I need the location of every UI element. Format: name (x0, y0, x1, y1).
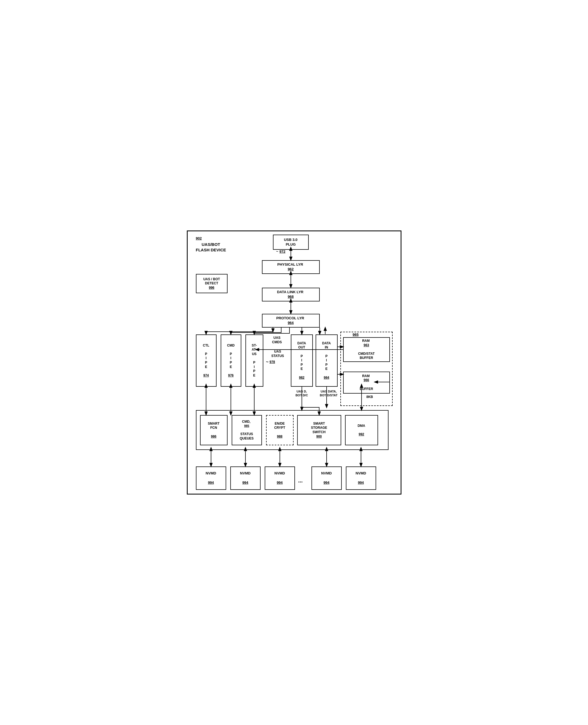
dashed-ref: 965 (353, 333, 359, 337)
main-diagram: 902 UAS/BOTFLASH DEVICE USB 3.0PLUG ~ 97… (187, 231, 401, 494)
data-in-pipe-box: DATAINPIPE984 (316, 335, 338, 387)
uas-cmds-label: UASCMDS (266, 336, 288, 344)
usb-plug-box: USB 3.0PLUG ~ 972 (273, 235, 309, 250)
ctl-pipe-box: CTLPIPE974 (196, 335, 216, 387)
nvmd-box-2: NVMD994 (230, 467, 260, 490)
uas-status-tilde: ~ (266, 359, 269, 365)
cmd-pipe-box: CMDPIPE976 (221, 335, 241, 387)
nvmd-box-5: NVMD994 (346, 467, 376, 490)
dots-label: ... (298, 477, 303, 484)
ram-cmd-stat-box: RAM 963CMD/STATBUFFER (343, 337, 390, 362)
smart-storage-switch-box: SMARTSTORAGESWITCH900 (297, 415, 341, 445)
uas-status-ref: 978 (270, 360, 275, 364)
cmd-status-queues-box: CMD, 985STATUSQUEUES (232, 415, 262, 445)
uas-d-bot-dc-label: UAS D,BOT D/C (290, 389, 314, 398)
smart-fcn-box: SMARTFCN986 (200, 415, 228, 445)
dma-box: DMA992 (345, 415, 378, 445)
data-out-pipe-box: DATAOUTPIPE982 (291, 335, 313, 387)
outer-label: UAS/BOTFLASH DEVICE (196, 242, 226, 253)
uas-status-label: UASSTATUS (266, 349, 290, 358)
nvmd-box-3: NVMD994 (265, 467, 295, 490)
uas-bot-detect-box: UAS / BOTDETECT996 (196, 274, 228, 293)
en-de-crypt-box: EN/DECRYPT988 (266, 415, 294, 445)
nvmd-box-4: NVMD994 (312, 467, 342, 490)
uas-data-bot-dstat-label: UAS DATA,BOT D/STAT (315, 389, 342, 398)
status-pipe-box: ST-AT-USPIPE (246, 335, 263, 387)
protocol-lyr-box: PROTOCOL LYR 964 (262, 314, 320, 327)
nvmd-box-1: NVMD994 (196, 467, 226, 490)
outer-ref: 902 (196, 236, 202, 241)
ram-buffer-box: RAM 966BUFFER (343, 371, 390, 393)
physical-lyr-box: PHYSICAL LYR 962 (262, 260, 320, 274)
8kb-label: 8KB (366, 395, 373, 399)
data-link-lyr-box: DATA LINK LYR 968 (262, 288, 320, 301)
